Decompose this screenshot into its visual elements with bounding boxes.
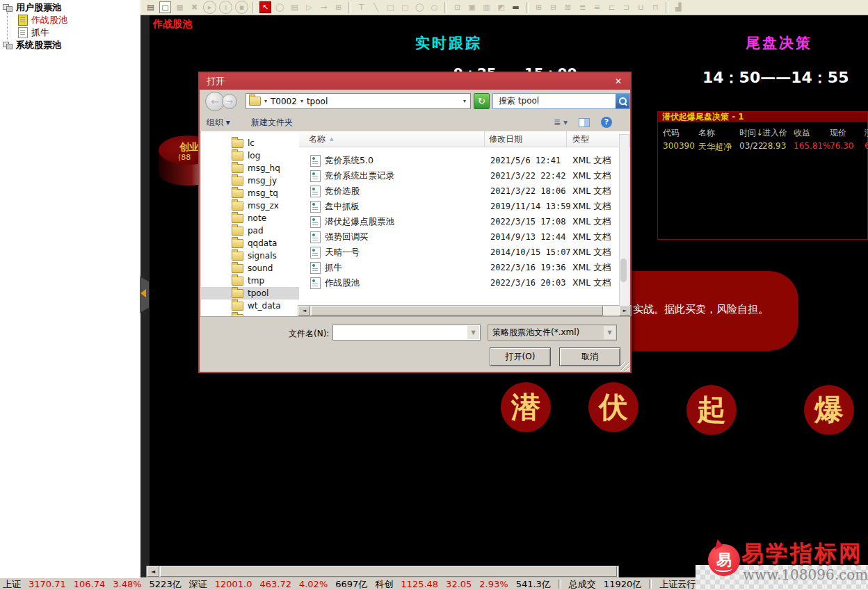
folder-tree-item[interactable]: note [201,212,299,224]
search-input[interactable]: 搜索 tpool [492,93,630,109]
sidebar-item-user-pool[interactable]: 用户股票池 [3,1,61,14]
duplicate-icon[interactable]: ⊞ [332,1,344,13]
folder-tree-item[interactable]: msg_hq [201,162,299,174]
pause-icon[interactable]: ∥ [219,1,232,14]
distribute-h-icon[interactable]: ≣ [577,1,588,13]
play-outline-icon[interactable]: ▷ [303,1,315,13]
竞价系统5.0[interactable]: 竞价系统5.0 2021/5/6 12:41 XML 文档 [299,153,630,168]
play-icon[interactable]: ▶ [203,1,216,14]
stock-code[interactable]: 300390 [663,141,695,151]
folder-tree-item[interactable]: tpool [201,287,299,300]
scroll-right-icon[interactable]: ► [619,306,631,316]
same-width-icon[interactable]: ⊏ [606,1,618,13]
rect-tool-icon[interactable]: □ [385,1,396,13]
fill-icon[interactable]: ◩ [495,1,507,13]
align-left-icon[interactable]: ⊞ [533,1,545,13]
resize-grip[interactable] [620,362,629,371]
scroll-left-icon[interactable]: ◄ [147,566,159,577]
sidebar-item-grab-bull[interactable]: 抓牛 [18,26,49,39]
col-code[interactable]: 代码 [663,127,680,139]
scrollbar-thumb[interactable] [311,306,603,316]
new-doc-icon[interactable]: ▤ [145,1,156,13]
breadcrumb[interactable]: ▾ T0002 ▾ tpool ▾ [246,93,471,109]
folder-tree-item[interactable]: log [201,149,299,162]
refresh-icon[interactable]: ↻ [474,93,490,109]
open-folder-icon[interactable]: ▢ [159,1,171,13]
header-name[interactable]: 名称▲ [299,131,485,147]
main-hscrollbar[interactable]: ◄ [146,566,619,577]
align-right-icon[interactable]: ⊟ [547,1,559,13]
breadcrumb-root[interactable]: T0002 [271,97,297,106]
folder-tree-item[interactable]: tmp [201,274,299,287]
organize-button[interactable]: 组织 ▾ [207,117,230,129]
open-button[interactable]: 打开(O) [490,347,551,366]
col-change[interactable]: 涨 [865,127,868,139]
preview-pane-icon[interactable] [579,118,590,127]
circle-tool-icon[interactable]: ○ [428,1,440,13]
scroll-left-icon[interactable]: ◄ [298,306,310,316]
text-tool-icon[interactable]: T [355,1,367,13]
竞价选股[interactable]: 竞价选股 2021/3/22 18:06 XML 文档 [299,183,630,199]
folder-tree-item[interactable]: msg_tq [201,187,299,199]
trash-icon[interactable]: ▥ [481,1,492,13]
dialog-title-bar[interactable]: 打开 ✕ [200,73,630,90]
paste-icon[interactable]: ▣ [466,1,478,13]
line-tool-icon[interactable]: ╲ [370,1,382,13]
作战股池[interactable]: 作战股池 2022/3/16 20:03 XML 文档 [299,275,630,290]
help-icon[interactable]: ? [601,117,612,128]
folder-tree-item[interactable]: qqdata [201,237,299,249]
views-icon[interactable]: ≣ ▾ [554,117,568,127]
sidebar-item-battle-pool[interactable]: 作战股池 [18,14,67,26]
col-name[interactable]: 名称 [698,127,715,139]
folder-tree-item[interactable]: pad [201,224,299,237]
minus-icon[interactable]: ▬ [510,1,522,13]
folder-tree-item[interactable]: signals [201,249,299,262]
stop-icon[interactable]: ■ [235,1,248,14]
col-entry[interactable]: 进入价 [762,127,787,139]
folder-tree-item[interactable]: msg_jy [201,174,299,187]
folder-tree-item[interactable]: lc [201,137,299,149]
潜伏起爆点股票池[interactable]: 潜伏起爆点股票池 2022/3/15 17:08 XML 文档 [299,214,630,229]
天晴一号[interactable]: 天晴一号 2014/10/15 15:07 XML 文档 [299,245,630,260]
抓牛[interactable]: 抓牛 2022/3/16 19:36 XML 文档 [299,260,630,275]
scrollbar-track[interactable] [310,306,619,316]
cancel-button[interactable]: 取消 [559,347,620,366]
ellipse-shape-icon[interactable]: ◯ [414,1,426,13]
distribute-v-icon[interactable]: ≡ [591,1,603,13]
col-gain[interactable]: 收益 [794,127,810,139]
chart-icon[interactable]: ▟ [673,1,684,13]
header-date[interactable]: 修改日期 [485,131,567,147]
sidebar-item-system-pool[interactable]: 系统股票池 [3,39,61,51]
filename-dropdown-icon[interactable]: ▼ [467,326,479,339]
chevron-down-icon[interactable]: ▾ [264,98,267,104]
cursor-icon[interactable]: ↖ [259,1,271,13]
tree-scrollbar-thumb[interactable] [620,259,627,282]
强势回调买[interactable]: 强势回调买 2014/9/13 12:44 XML 文档 [299,229,630,245]
copy-icon[interactable]: ⊡ [451,1,463,13]
folder-tree-item[interactable]: msg_zx [201,199,299,212]
竞价系统出票记录[interactable]: 竞价系统出票记录 2021/3/22 22:42 XML 文档 [299,168,630,183]
close-icon[interactable]: ✕ [612,76,625,87]
folder-tree-item[interactable]: wt_data [201,300,299,312]
filename-input[interactable]: ▼ [332,325,481,341]
filetype-dropdown-icon[interactable]: ▼ [604,326,616,339]
tree-scrollbar[interactable] [619,134,629,306]
col-time[interactable]: 时间↓ [739,127,763,139]
folder-tree-item[interactable]: sound [201,262,299,274]
chevron-down-icon[interactable]: ▾ [300,98,303,104]
fit-width-icon[interactable]: ⊔ [635,1,647,13]
arrow-tool-icon[interactable]: → [318,1,330,13]
col-price[interactable]: 现价 [830,127,846,139]
breadcrumb-current[interactable]: tpool [307,97,328,106]
list-tool-icon[interactable]: ▤ [289,1,300,13]
history-dropdown-icon[interactable]: ▾ [463,98,466,104]
forward-icon[interactable]: → [222,94,237,109]
ellipse-tool-icon[interactable]: ◯ [274,1,286,13]
search-button[interactable] [616,94,629,108]
scrollbar-track[interactable] [159,566,618,577]
roundrect-tool-icon[interactable]: ▢ [399,1,411,13]
stock-name[interactable]: 天华超净 [698,141,732,153]
same-height-icon[interactable]: ⊐ [620,1,632,13]
盘中抓板[interactable]: 盘中抓板 2019/11/14 13:59 XML 文档 [299,199,630,214]
save-icon[interactable]: ▦ [174,1,186,13]
